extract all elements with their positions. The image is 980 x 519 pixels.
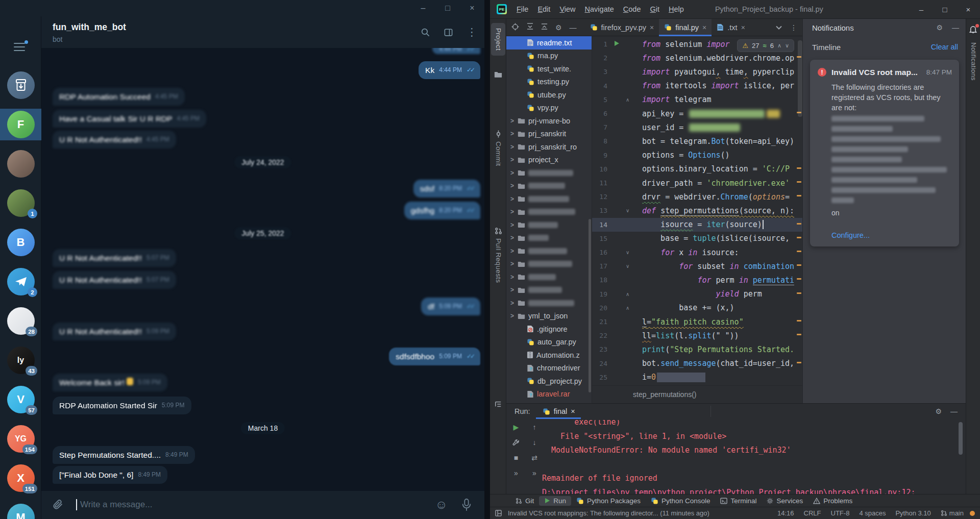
- maximize-button[interactable]: □: [933, 0, 957, 18]
- hide-panel-button[interactable]: —: [570, 23, 577, 32]
- toolwindow-button-problems[interactable]: Problems: [808, 496, 857, 506]
- menu-navigate[interactable]: Navigate: [580, 5, 619, 13]
- chevron-down-icon[interactable]: [776, 26, 782, 30]
- expand-arrow-icon[interactable]: >: [510, 221, 518, 229]
- message-bubble[interactable]: RDP Automation Started Sir5:09 PM: [53, 397, 191, 414]
- tool-tab-pull-requests[interactable]: Pull Requests: [490, 238, 506, 283]
- tree-item-blurred-13[interactable]: >: [506, 206, 592, 219]
- close-button[interactable]: ×: [957, 0, 980, 18]
- tree-item-auto_gar-py[interactable]: auto_gar.py: [506, 336, 592, 349]
- close-tab-icon[interactable]: ×: [571, 407, 575, 415]
- code-line-13[interactable]: 13∨def step_permutations(source, n):: [592, 204, 802, 217]
- fold-icon[interactable]: ∨: [626, 208, 629, 213]
- tool-tab-project[interactable]: Project: [491, 23, 505, 56]
- status-item-4-spaces[interactable]: 4 spaces: [859, 509, 886, 517]
- gear-icon[interactable]: ⚙: [936, 23, 943, 32]
- expand-arrow-icon[interactable]: >: [510, 169, 518, 177]
- message-bubble[interactable]: gdsfhg8:20 PM✓✓: [404, 202, 480, 219]
- tree-item-blurred-16[interactable]: >: [506, 244, 592, 258]
- code-line-19[interactable]: 19∧ yield perm: [592, 287, 802, 301]
- menu-code[interactable]: Code: [619, 5, 646, 13]
- search-icon[interactable]: [421, 28, 430, 37]
- tree-item-blurred-19[interactable]: >: [506, 284, 592, 297]
- tree-item-test_write-[interactable]: test_write.: [506, 62, 592, 76]
- code-line-9[interactable]: 9options = Options(): [592, 149, 802, 162]
- indexing-indicator[interactable]: [970, 511, 975, 516]
- close-tab-icon[interactable]: ×: [702, 23, 706, 32]
- message-bubble[interactable]: U R Not Authenticated!!5:07 PM: [53, 271, 176, 289]
- tab--txt[interactable]: .txt×: [712, 19, 750, 36]
- code-line-3[interactable]: 3import pyautogui, time, pyperclip: [592, 65, 802, 79]
- code-line-5[interactable]: 5∧import telegram: [592, 93, 802, 107]
- settings-button[interactable]: ⚙: [555, 23, 562, 32]
- code-line-2[interactable]: 2from selenium.webdriver.chrome.op: [592, 51, 802, 65]
- pull-requests-icon[interactable]: [490, 227, 506, 235]
- fold-icon[interactable]: ∨: [626, 250, 629, 255]
- tree-item-prj_sanskrit[interactable]: >prj_sanskrit: [506, 128, 592, 141]
- menu-help[interactable]: Help: [664, 5, 689, 13]
- code-line-25[interactable]: 25i=0: [592, 370, 802, 384]
- menu-file[interactable]: File: [512, 5, 533, 13]
- message-bubble[interactable]: U R Not Authenticated!!5:07 PM: [53, 249, 176, 267]
- sidebar-toggle-icon[interactable]: [444, 28, 453, 37]
- tool-tab-commit[interactable]: Commit: [490, 141, 506, 166]
- message-bubble[interactable]: Have a Casual talk Sir U R RDP4:45 PM: [53, 110, 206, 128]
- tree-item--gitignore[interactable]: .gitignore: [506, 323, 592, 336]
- layout-icon[interactable]: [495, 510, 502, 516]
- message-input[interactable]: Write a message...: [80, 500, 152, 510]
- tree-item-Automation-z[interactable]: Automation.z: [506, 349, 592, 362]
- tree-item-prj_sanskrit_ro[interactable]: >prj_sanskrit_ro: [506, 140, 592, 154]
- minimize-button[interactable]: –: [910, 0, 933, 18]
- console-link[interactable]: D:\project_files\py_temp\python_project\…: [542, 486, 957, 495]
- tab-options-icon[interactable]: ⋮: [790, 23, 797, 32]
- tree-item-blurred-15[interactable]: >: [506, 232, 592, 245]
- expand-arrow-icon[interactable]: >: [510, 195, 518, 203]
- expand-arrow-icon[interactable]: >: [510, 300, 518, 307]
- chat-list-item-chat-m[interactable]: M122: [0, 502, 41, 519]
- chat-list-item-chat-f[interactable]: F: [0, 109, 41, 140]
- locate-button[interactable]: [511, 23, 519, 32]
- folder-icon[interactable]: [490, 71, 506, 78]
- code-line-8[interactable]: 8bot = telegram.Bot(token=api_key): [592, 134, 802, 148]
- chat-list-item-chat-yg[interactable]: YG154: [0, 423, 41, 455]
- more-actions-icon[interactable]: »: [510, 469, 522, 477]
- tree-item-vpy-py[interactable]: vpy.py: [506, 102, 592, 115]
- soft-wrap-icon[interactable]: ⇄: [529, 454, 540, 462]
- code-line-14[interactable]: 14 isource = iter(source): [592, 218, 802, 232]
- tree-item-readme-txt[interactable]: readme.txt: [506, 36, 592, 50]
- close-button[interactable]: ×: [460, 0, 484, 16]
- tab-final-py[interactable]: final.py×: [659, 19, 712, 36]
- tree-item-blurred-12[interactable]: >: [506, 192, 592, 206]
- run-tab-final[interactable]: final ×: [543, 407, 575, 415]
- maximize-button[interactable]: □: [435, 0, 460, 16]
- code-line-18[interactable]: 18 for perm in permutati: [592, 273, 802, 287]
- tree-item-laravel-rar[interactable]: ?laravel.rar: [506, 388, 592, 401]
- code-line-24[interactable]: 24bot.send_message(chat_id=user_id,: [592, 357, 802, 370]
- menu-button[interactable]: [14, 43, 27, 52]
- tree-item-prj-vmare-bo[interactable]: >prj-vmare-bo: [506, 114, 592, 128]
- status-item-14-16[interactable]: 14:16: [777, 509, 794, 517]
- tree-item-yml_to_json[interactable]: >yml_to_json: [506, 310, 592, 323]
- minimize-button[interactable]: –: [411, 0, 435, 16]
- ide-titlebar[interactable]: PE FileEditViewNavigateCodeGitHelp Pytho…: [490, 0, 980, 19]
- hide-panel-icon[interactable]: —: [952, 23, 959, 32]
- expand-arrow-icon[interactable]: >: [510, 117, 518, 125]
- wrench-icon[interactable]: [510, 438, 522, 447]
- unfold-icon[interactable]: ∧: [626, 291, 629, 297]
- tree-item-project_x[interactable]: >project_x: [506, 154, 592, 167]
- menu-view[interactable]: View: [555, 5, 580, 13]
- toolwindow-button-run[interactable]: Run: [539, 496, 571, 506]
- chat-list-item-telegram-service[interactable]: 2: [0, 266, 41, 298]
- message-bubble[interactable]: sdfsdfbhoo5:09 PM✓✓: [389, 348, 480, 365]
- chat-list-item-chat-photo-3[interactable]: 28: [0, 305, 41, 337]
- message-bubble[interactable]: ["Final Job Done ", 6]8:49 PM: [53, 466, 167, 484]
- code-line-12[interactable]: 12drvr = webdriver.Chrome(options=: [592, 190, 802, 204]
- status-item-python-3-10[interactable]: Python 3.10: [895, 509, 930, 517]
- chat-list-item-chat-b[interactable]: B: [0, 227, 41, 258]
- tree-item-db_project-py[interactable]: db_project.py: [506, 375, 592, 388]
- chat-header[interactable]: fun_with_me_bot bot ⋮: [41, 16, 484, 48]
- message-bubble[interactable]: U R Not Authenticated!!5:09 PM: [53, 323, 176, 340]
- tree-item-chromedriver[interactable]: ?chromedriver: [506, 362, 592, 375]
- tree-item-blurred-17[interactable]: >: [506, 258, 592, 271]
- more-menu-icon[interactable]: ⋮: [467, 26, 477, 38]
